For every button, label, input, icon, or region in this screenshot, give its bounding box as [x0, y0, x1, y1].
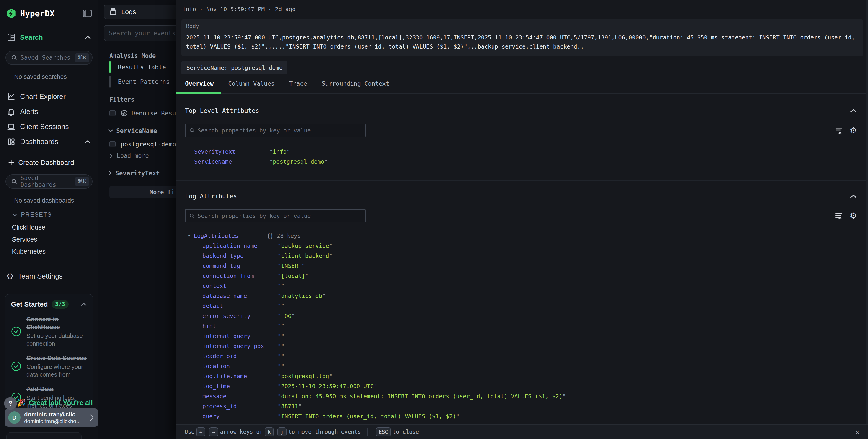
properties-search-input[interactable]	[197, 127, 362, 134]
attribute-key[interactable]: LogAttributes	[194, 232, 267, 239]
attribute-value[interactable]: "2025-11-10 23:59:47.000 UTC"	[278, 383, 377, 389]
properties-search-box[interactable]	[185, 209, 366, 222]
tab-trace[interactable]: Trace	[289, 80, 307, 93]
scrollbar[interactable]	[866, 0, 868, 439]
sidebar-item-client-sessions[interactable]: Client Sessions	[0, 119, 98, 134]
attribute-row: ServiceName"postgresql-demo"	[194, 157, 857, 167]
attribute-value[interactable]: ""	[278, 333, 284, 339]
collapse-section-icon[interactable]	[850, 194, 857, 198]
properties-search-box[interactable]	[185, 124, 366, 137]
indicator	[110, 76, 111, 88]
source-label: Logs	[121, 8, 136, 16]
tab-column-values[interactable]: Column Values	[228, 80, 275, 93]
attribute-value[interactable]: "[local]"	[278, 273, 308, 279]
dashboard-grid-icon	[7, 137, 16, 146]
chevron-up-icon[interactable]	[84, 139, 91, 144]
attribute-key[interactable]: context	[203, 283, 278, 289]
saved-searches-input[interactable]: Saved Searches ⌘K	[5, 51, 93, 65]
sidebar-item-dashboards[interactable]: Dashboards	[0, 134, 98, 149]
attribute-key[interactable]: application_name	[203, 243, 278, 249]
attribute-value[interactable]: ""	[278, 283, 284, 289]
attribute-key[interactable]: process_id	[203, 403, 278, 410]
attribute-key[interactable]: internal_query_pos	[203, 343, 278, 349]
shortcut-badge: ⌘K	[75, 177, 89, 186]
properties-search-input[interactable]	[197, 213, 362, 219]
tab-overview[interactable]: Overview	[185, 80, 214, 93]
attribute-row: application_name"backup_service"	[203, 241, 857, 251]
attribute-value[interactable]: "backup_service"	[278, 243, 333, 249]
attribute-key[interactable]: connection_from	[203, 273, 278, 279]
attribute-row: message"duration: 45.950 ms statement: I…	[203, 391, 857, 401]
attribute-key[interactable]: query	[203, 413, 278, 419]
preset-kubernetes[interactable]: Kubernetes	[0, 246, 98, 257]
chevron-up-icon[interactable]	[84, 35, 91, 40]
product-updates-card[interactable]: Product updates	[6, 432, 82, 439]
attribute-key[interactable]: error_severity	[203, 313, 278, 319]
wrap-text-icon[interactable]	[835, 127, 843, 134]
attribute-key[interactable]: database_name	[203, 293, 278, 299]
get-started-title: Get Started	[11, 301, 48, 308]
attribute-value[interactable]: "INSERT INTO orders (user_id, total) VAL…	[278, 413, 460, 419]
settings-icon[interactable]: ⚙	[850, 126, 857, 134]
attribute-key[interactable]: command_tag	[203, 262, 278, 269]
attribute-value[interactable]: "client backend"	[278, 253, 333, 259]
attribute-row: detail""	[203, 301, 857, 311]
attribute-key[interactable]: log_time	[203, 383, 278, 389]
j-key: j	[277, 427, 286, 437]
collapse-triangle-icon[interactable]: ▾	[188, 233, 194, 238]
attribute-key[interactable]: leader_pid	[203, 353, 278, 359]
attribute-key[interactable]: internal_query	[203, 333, 278, 339]
preset-clickhouse[interactable]: ClickHouse	[0, 221, 98, 233]
chevron-up-icon[interactable]	[80, 302, 87, 307]
attribute-value[interactable]: "88711"	[278, 403, 302, 410]
saved-dashboards-input[interactable]: Saved Dashboards ⌘K	[5, 175, 93, 188]
presets-toggle[interactable]: PRESETS	[12, 211, 98, 218]
checkbox[interactable]	[110, 141, 116, 147]
attribute-value[interactable]: "duration: 45.950 ms statement: INSERT I…	[278, 393, 566, 400]
attribute-key[interactable]: backend_type	[203, 253, 278, 259]
attribute-value[interactable]: "postgresql.log"	[278, 373, 333, 379]
preset-services[interactable]: Services	[0, 233, 98, 246]
user-profile-chip[interactable]: D dominic.tran@clic... dominic.tran@clic…	[5, 408, 98, 427]
attribute-value[interactable]: "INSERT"	[278, 262, 305, 269]
attribute-value[interactable]: ""	[278, 303, 284, 309]
attribute-value[interactable]: "info"	[270, 148, 290, 155]
attribute-key[interactable]: ServiceName	[194, 158, 270, 165]
attribute-value[interactable]: ""	[278, 363, 284, 370]
attribute-key[interactable]: log.file.name	[203, 373, 278, 379]
wrap-text-icon[interactable]	[835, 212, 843, 220]
get-started-item[interactable]: Create Data SourcesConfigure where your …	[11, 354, 87, 378]
collapse-sidebar-icon[interactable]	[83, 9, 92, 18]
attribute-key[interactable]: hint	[203, 323, 278, 330]
sidebar-item-alerts[interactable]: Alerts	[0, 104, 98, 119]
help-button[interactable]: ?	[4, 397, 17, 410]
tab-surrounding-context[interactable]: Surrounding Context	[321, 80, 389, 93]
get-started-item[interactable]: Connect to ClickHouseSet up your databas…	[11, 315, 87, 347]
keyboard-hints-footer: Use ← → arrow keys or k j to move throug…	[176, 425, 868, 439]
check-circle-icon	[11, 361, 22, 372]
attribute-value[interactable]: "postgresql-demo"	[270, 158, 328, 165]
attribute-value[interactable]: ""	[278, 353, 284, 359]
celebration-message: 🎉 Great job! You're all	[17, 399, 94, 407]
collapse-section-icon[interactable]	[850, 108, 857, 113]
attribute-key[interactable]: location	[203, 363, 278, 370]
body-text[interactable]: 2025-11-10 23:59:47.000 UTC,postgres,ana…	[186, 33, 859, 51]
team-settings-button[interactable]: ⚙ Team Settings	[6, 272, 98, 280]
search-section-header[interactable]: Search	[0, 33, 98, 42]
attribute-value[interactable]: "LOG"	[278, 313, 295, 319]
sidebar-item-chart-explorer[interactable]: Chart Explorer	[0, 89, 98, 104]
attribute-value[interactable]: ""	[278, 323, 284, 330]
log-attributes-section: Log Attributes ⚙ ▾ LogAttributes {}28 ke…	[176, 180, 868, 421]
attribute-key[interactable]: SeverityText	[194, 148, 270, 155]
create-dashboard-button[interactable]: Create Dashboard	[0, 155, 98, 170]
attribute-key[interactable]: message	[203, 393, 278, 400]
attribute-value[interactable]: "analytics_db"	[278, 293, 326, 299]
checkbox[interactable]	[110, 110, 116, 116]
servicename-tag[interactable]: ServiceName: postgresql-demo	[181, 61, 287, 74]
attribute-value[interactable]: ""	[278, 343, 284, 349]
close-icon[interactable]: ×	[855, 428, 860, 437]
logattributes-root-row[interactable]: ▾ LogAttributes {}28 keys	[185, 231, 857, 241]
settings-icon[interactable]: ⚙	[850, 212, 857, 220]
body-label: Body	[186, 23, 859, 29]
attribute-key[interactable]: detail	[203, 303, 278, 309]
